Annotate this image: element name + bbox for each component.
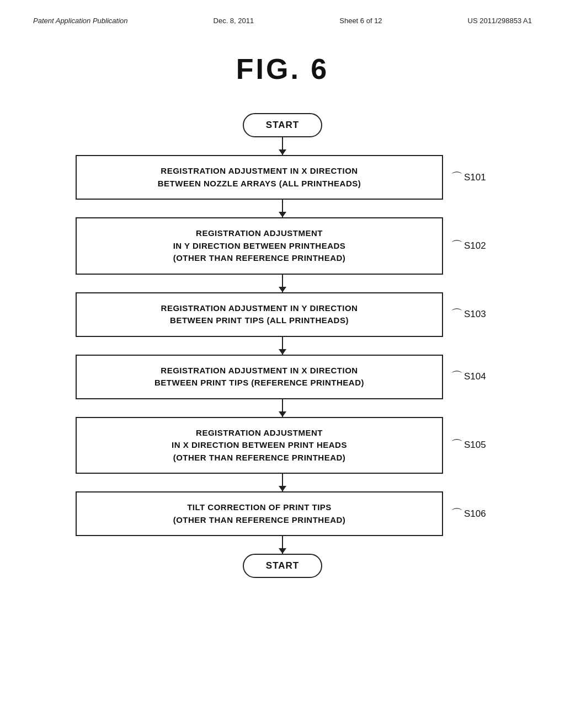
arrow-line-6 bbox=[282, 536, 283, 554]
arrow-3 bbox=[76, 337, 489, 355]
process-box-s103: REGISTRATION ADJUSTMENT IN Y DIRECTION B… bbox=[76, 292, 443, 337]
header-sheet: Sheet 6 of 12 bbox=[339, 17, 382, 25]
start-box: START bbox=[243, 113, 322, 137]
step-label-s102: ⌒ S102 bbox=[451, 238, 489, 254]
arrow-line-5 bbox=[282, 474, 283, 491]
arrow-5 bbox=[76, 474, 489, 491]
figure-title: FIG. 6 bbox=[0, 52, 565, 85]
step-row-s105: REGISTRATION ADJUSTMENT IN X DIRECTION B… bbox=[76, 417, 489, 474]
arrow-6 bbox=[76, 536, 489, 554]
arrow-1 bbox=[76, 200, 489, 217]
header-publication-label: Patent Application Publication bbox=[33, 17, 128, 25]
arrow-4 bbox=[76, 399, 489, 417]
step-label-s104: ⌒ S104 bbox=[451, 368, 489, 385]
arrow-line-4 bbox=[282, 399, 283, 417]
arrow-line-3 bbox=[282, 337, 283, 355]
step-row-s104: REGISTRATION ADJUSTMENT IN X DIRECTION B… bbox=[76, 355, 489, 399]
end-box: START bbox=[243, 554, 322, 578]
arrow-0 bbox=[76, 137, 489, 155]
flowchart: START REGISTRATION ADJUSTMENT IN X DIREC… bbox=[0, 113, 565, 578]
step-row-s102: REGISTRATION ADJUSTMENT IN Y DIRECTION B… bbox=[76, 217, 489, 275]
step-label-s103: ⌒ S103 bbox=[451, 306, 489, 323]
process-box-s105: REGISTRATION ADJUSTMENT IN X DIRECTION B… bbox=[76, 417, 443, 474]
page-header: Patent Application Publication Dec. 8, 2… bbox=[0, 0, 565, 30]
step-row-s101: REGISTRATION ADJUSTMENT IN X DIRECTION B… bbox=[76, 155, 489, 200]
step-row-s106: TILT CORRECTION OF PRINT TIPS (OTHER THA… bbox=[76, 491, 489, 536]
step-label-s106: ⌒ S106 bbox=[451, 506, 489, 522]
process-box-s104: REGISTRATION ADJUSTMENT IN X DIRECTION B… bbox=[76, 355, 443, 399]
arrow-line-2 bbox=[282, 275, 283, 292]
step-row-s103: REGISTRATION ADJUSTMENT IN Y DIRECTION B… bbox=[76, 292, 489, 337]
step-label-s101: ⌒ S101 bbox=[451, 169, 489, 186]
arrow-line-1 bbox=[282, 200, 283, 217]
process-box-s106: TILT CORRECTION OF PRINT TIPS (OTHER THA… bbox=[76, 491, 443, 536]
process-box-s102: REGISTRATION ADJUSTMENT IN Y DIRECTION B… bbox=[76, 217, 443, 275]
arrow-2 bbox=[76, 275, 489, 292]
page: Patent Application Publication Dec. 8, 2… bbox=[0, 0, 565, 728]
header-patent-number: US 2011/298853 A1 bbox=[468, 17, 532, 25]
arrow-line-0 bbox=[282, 137, 283, 155]
header-date: Dec. 8, 2011 bbox=[214, 17, 254, 25]
step-label-s105: ⌒ S105 bbox=[451, 437, 489, 453]
process-box-s101: REGISTRATION ADJUSTMENT IN X DIRECTION B… bbox=[76, 155, 443, 200]
